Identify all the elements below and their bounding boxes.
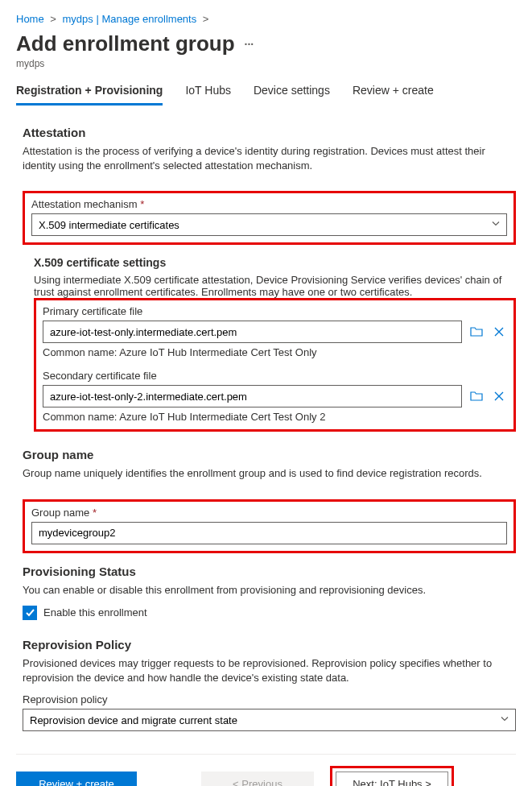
page-title: Add enrollment group ··· [16,31,516,56]
primary-cert-common-name: Common name: Azure IoT Hub Intermediate … [43,346,507,358]
folder-icon[interactable] [468,388,485,404]
primary-cert-label: Primary certificate file [43,305,507,317]
enable-enrollment-label: Enable this enrollment [43,606,147,618]
group-name-heading: Group name [23,448,516,461]
section-group-name: Group name Group name uniquely identifie… [23,448,516,481]
group-name-highlight: Group name * [23,499,516,553]
x509-heading: X.509 certificate settings [34,256,516,269]
secondary-cert-label: Secondary certificate file [43,370,507,382]
section-provisioning-status: Provisioning Status You can enable or di… [23,565,516,620]
breadcrumb-mid[interactable]: mydps | Manage enrollments [63,13,197,25]
close-icon[interactable] [491,388,507,404]
group-name-label: Group name * [31,507,507,519]
attestation-mechanism-select[interactable]: X.509 intermediate certificates [31,213,507,236]
reprovision-desc: Provisioned devices may trigger requests… [23,656,516,685]
x509-highlight: Primary certificate file Common name: Az… [34,298,516,432]
reprovision-heading: Reprovision Policy [23,638,516,652]
attestation-heading: Attestation [23,126,516,139]
provisioning-heading: Provisioning Status [23,565,516,578]
attestation-mechanism-label: Attestation mechanism * [31,198,507,210]
reprovision-policy-label: Reprovision policy [23,693,516,705]
divider [16,754,516,755]
page-subtitle: mydps [16,58,516,69]
group-name-input[interactable] [31,522,507,544]
review-create-button[interactable]: Review + create [16,772,137,786]
reprovision-policy-select[interactable]: Reprovision device and migrate current s… [23,709,516,731]
footer: Review + create < Previous Next: IoT Hub… [16,766,516,786]
tab-registration-provisioning[interactable]: Registration + Provisioning [16,84,163,105]
tab-device-settings[interactable]: Device settings [254,84,330,105]
enable-enrollment-checkbox[interactable] [23,606,37,620]
primary-cert-input[interactable] [43,321,462,343]
chevron-right-icon: > [50,13,56,25]
next-highlight: Next: IoT Hubs > [330,766,454,786]
attestation-desc: Attestation is the process of verifying … [23,144,516,173]
attestation-highlight: Attestation mechanism * X.509 intermedia… [23,191,516,245]
more-icon[interactable]: ··· [245,38,254,51]
close-icon[interactable] [491,324,507,340]
breadcrumb-home[interactable]: Home [16,13,44,25]
provisioning-desc: You can enable or disable this enrollmen… [23,583,516,598]
section-x509: X.509 certificate settings Using interme… [34,256,516,298]
x509-desc: Using intermediate X.509 certificate att… [34,274,516,298]
section-reprovision-policy: Reprovision Policy Provisioned devices m… [23,638,516,731]
secondary-cert-input[interactable] [43,385,462,407]
chevron-right-icon: > [203,13,209,25]
section-attestation: Attestation Attestation is the process o… [23,126,516,173]
folder-icon[interactable] [468,324,485,340]
secondary-cert-common-name: Common name: Azure IoT Hub Intermediate … [43,411,507,423]
group-name-desc: Group name uniquely identifies the enrol… [23,466,516,481]
previous-button: < Previous [201,772,314,786]
next-button[interactable]: Next: IoT Hubs > [336,772,448,786]
tabs: Registration + Provisioning IoT Hubs Dev… [16,84,516,106]
breadcrumb: Home > mydps | Manage enrollments > [16,13,516,25]
tab-iot-hubs[interactable]: IoT Hubs [185,84,231,105]
tab-review-create[interactable]: Review + create [353,84,434,105]
